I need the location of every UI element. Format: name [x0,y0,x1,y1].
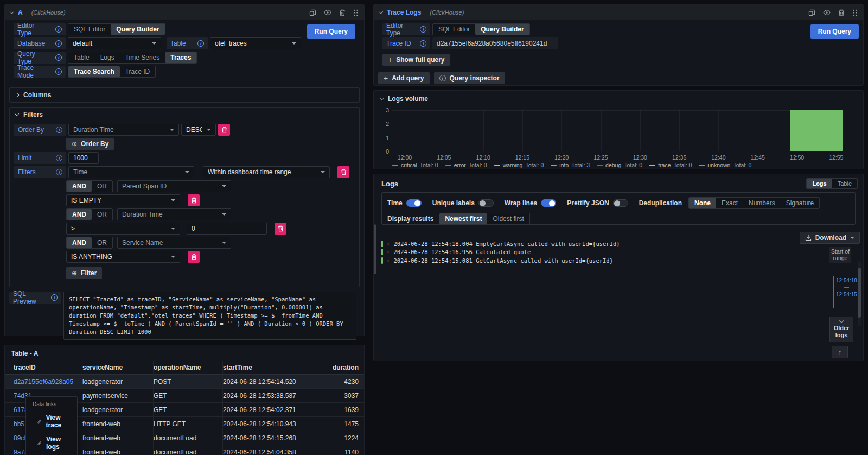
minimap-time-label[interactable]: 12:54:15 [836,292,857,298]
dedup-option-signature[interactable]: Signature [781,198,819,208]
column-header-traceid[interactable]: traceID [14,361,82,375]
query-type-switch-time-series[interactable]: Time Series [120,52,165,63]
condition-0-field-select[interactable]: Parent Span ID [117,180,231,192]
condition-1-operator-select[interactable]: > [66,223,180,235]
condition-1-bool-and[interactable]: AND [67,209,92,220]
legend-item-unknown[interactable]: unknownTotal: 0 [699,162,751,168]
query-ref-title[interactable]: A [18,9,23,16]
log-row[interactable]: ›2024-06-28 12:54:18.004 EmptyCartAsync … [381,239,820,248]
editor-type-switch-sql-editor[interactable]: SQL Editor [433,24,475,35]
query-type-switch-table[interactable]: Table [68,52,95,63]
condition-2-field-select[interactable]: Service Name [117,237,231,249]
column-header-duration[interactable]: duration [298,361,364,375]
logs-volume-chart[interactable] [392,110,843,151]
wrap-lines-toggle[interactable] [541,199,556,207]
duplicate-icon[interactable] [309,9,316,16]
collapse-chevron-icon[interactable] [10,9,14,14]
info-icon[interactable] [51,294,58,301]
condition-0-bool-or[interactable]: OR [92,181,112,192]
info-icon[interactable] [55,26,62,33]
view-logs-menu-item[interactable]: View logs [26,432,77,454]
legend-item-trace[interactable]: traceTotal: 0 [649,162,692,168]
query-type-switch-traces[interactable]: Traces [165,52,196,63]
editor-type-switch-query-builder[interactable]: Query Builder [475,24,529,35]
logs-scrollbar-thumb[interactable] [858,268,861,318]
minimap-time-label[interactable]: 12:54:18 [836,277,857,284]
trace-id-link[interactable]: d2a7155ef6a928a05 [14,375,82,389]
add-filter-button[interactable]: Filter [66,267,102,279]
trace-logs-title[interactable]: Trace Logs [387,9,421,16]
condition-1-bool-or[interactable]: OR [92,209,112,220]
table-row[interactable]: d2a7155ef6a928a05loadgeneratorPOST2024-0… [5,375,364,389]
drag-handle-icon[interactable] [353,9,359,16]
add-query-button[interactable]: Add query [378,72,430,84]
condition-0-operator-select[interactable]: IS EMPTY [66,194,180,206]
legend-item-critical[interactable]: criticalTotal: 0 [392,162,438,168]
editor-type-switch-query-builder[interactable]: Query Builder [111,24,164,35]
dedup-option-numbers[interactable]: Numbers [743,198,781,208]
minimap-range-bar[interactable] [833,276,834,308]
drag-handle-icon[interactable] [852,9,858,16]
duplicate-icon[interactable] [808,9,815,16]
condition-1-field-select[interactable]: Duration Time [117,208,231,220]
limit-input[interactable]: 1000 [68,152,99,164]
info-icon[interactable] [55,68,62,75]
expand-log-icon[interactable]: › [387,249,390,255]
column-header-operationname[interactable]: operationName [154,361,223,375]
trace-mode-switch-trace-search[interactable]: Trace Search [68,66,120,77]
info-icon[interactable] [56,169,62,175]
scroll-indicator[interactable] [374,224,376,274]
column-header-starttime[interactable]: startTime [223,361,298,375]
filters-section-header[interactable]: Filters [10,108,359,122]
legend-item-warning[interactable]: warningTotal: 0 [494,162,544,168]
add-order-by-button[interactable]: Order By [66,138,114,150]
time-toggle[interactable] [406,199,422,207]
condition-2-bool-or[interactable]: OR [92,237,112,248]
columns-section-header[interactable]: Columns [10,88,359,102]
info-icon[interactable] [55,54,62,61]
show-full-query-button[interactable]: Show full query [382,54,450,66]
query-inspector-button[interactable]: Query inspector [434,72,505,84]
database-select[interactable]: default [68,37,161,49]
info-icon[interactable] [56,155,62,161]
expand-log-icon[interactable]: › [387,258,390,263]
condition-0-remove-button[interactable] [188,194,200,206]
column-header-servicename[interactable]: serviceName [82,361,154,375]
info-icon[interactable] [420,40,426,47]
condition-2-remove-button[interactable] [188,251,200,263]
log-row[interactable]: ›2024-06-28 12:54:15.081 GetCartAsync ca… [381,256,820,265]
legend-item-error[interactable]: errorTotal: 0 [445,162,487,168]
scroll-to-top-button[interactable] [832,346,848,358]
run-query-button[interactable]: Run Query [307,24,355,39]
condition-0-bool-and[interactable]: AND [67,181,92,192]
logs-view-toggle-table[interactable]: Table [832,179,857,188]
remove-time-filter-button[interactable] [337,166,349,178]
older-logs-button[interactable]: Older logs [829,317,853,342]
condition-1-value-input[interactable]: 0 [187,223,267,235]
condition-1-remove-button[interactable] [275,223,286,235]
eye-icon[interactable] [324,9,331,16]
time-field-select[interactable]: Time [68,166,194,178]
order-by-direction-select[interactable]: DESC [181,124,216,136]
collapse-chevron-icon[interactable] [379,9,383,14]
logs-view-toggle-logs[interactable]: Logs [807,179,832,188]
trace-id-input[interactable]: d2a7155ef6a928a05680e5ff6190241d [432,37,558,49]
table-select[interactable]: otel_traces [210,37,301,49]
display-results-switch-newest-first[interactable]: Newest first [439,213,487,224]
query-type-switch-logs[interactable]: Logs [95,52,120,63]
legend-item-debug[interactable]: debugTotal: 0 [597,162,642,168]
legend-item-info[interactable]: infoTotal: 3 [551,162,590,168]
display-results-switch-oldest-first[interactable]: Oldest first [487,213,529,224]
condition-2-bool-and[interactable]: AND [67,237,92,248]
expand-log-icon[interactable]: › [387,241,390,247]
trace-mode-switch-trace-id[interactable]: Trace ID [120,66,156,77]
trash-icon[interactable] [339,9,346,16]
unique-labels-toggle[interactable] [478,199,494,207]
remove-order-by-button[interactable] [218,124,230,136]
view-trace-menu-item[interactable]: View trace [26,410,77,432]
chevron-down-icon[interactable] [380,96,384,100]
bar-info[interactable] [790,110,843,151]
dedup-option-none[interactable]: None [689,198,716,208]
order-by-field-select[interactable]: Duration Time [68,124,179,136]
log-row[interactable]: ›2024-06-28 12:54:16.956 Calculated quot… [381,248,820,257]
